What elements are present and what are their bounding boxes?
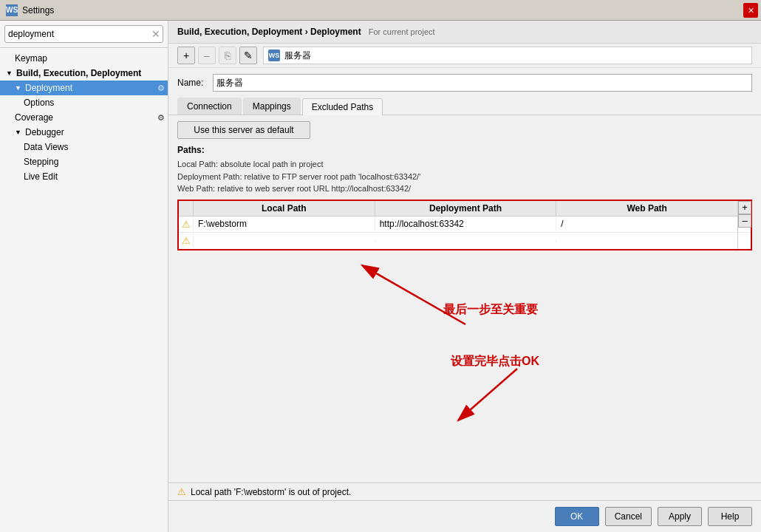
search-container: ✕ xyxy=(0,21,168,48)
warning-icon: ⚠ xyxy=(182,219,191,230)
sidebar-tree: Keymap ▼ Build, Execution, Deployment ▼ … xyxy=(0,48,168,532)
annotation-text-1: 最后一步至关重要 xyxy=(443,302,538,318)
toolbar: + – ⎘ ✎ WS 服务器 xyxy=(168,44,761,68)
deployment-label: Deployment xyxy=(25,83,72,93)
table-remove-button[interactable]: – xyxy=(738,214,751,228)
panel-content: Use this server as default Paths: Local … xyxy=(168,115,761,482)
sidebar-item-debugger[interactable]: ▼ Debugger xyxy=(0,125,168,140)
live-edit-label: Live Edit xyxy=(24,171,58,182)
coverage-badge-icon: ⚙ xyxy=(157,113,165,123)
app-icon: WS xyxy=(6,4,18,16)
debugger-label: Debugger xyxy=(25,127,64,137)
annotation-text-2: 设置完毕点击OK xyxy=(451,354,539,369)
arrow-icon: ▼ xyxy=(15,84,22,92)
sidebar-item-stepping[interactable]: Stepping xyxy=(0,154,168,169)
help-button[interactable]: Help xyxy=(708,507,752,526)
sidebar-item-live-edit[interactable]: Live Edit xyxy=(0,169,168,184)
paths-info-line-3: Web Path: relative to web server root UR… xyxy=(177,183,752,195)
paths-info: Local Path: absolute local path in proje… xyxy=(177,158,752,195)
table-col-icon xyxy=(179,201,194,216)
row2-icon: ⚠ xyxy=(179,233,194,248)
row2-local-path xyxy=(194,239,375,242)
cancel-button[interactable]: Cancel xyxy=(605,507,652,526)
copy-server-button[interactable]: ⎘ xyxy=(219,47,236,64)
search-wrapper: ✕ xyxy=(4,25,163,43)
warning-icon: ⚠ xyxy=(182,235,191,246)
minus-icon: – xyxy=(204,50,210,61)
tab-mappings[interactable]: Mappings xyxy=(243,98,301,115)
sidebar-item-data-views[interactable]: Data Views xyxy=(0,140,168,154)
table-body: ⚠ F:\webstorm http://localhost:63342 / ⚠ xyxy=(179,216,751,249)
add-icon: + xyxy=(183,50,189,61)
add-server-button[interactable]: + xyxy=(177,47,195,64)
footer-buttons: OK Cancel Apply Help xyxy=(168,500,761,532)
use-server-as-default-button[interactable]: Use this server as default xyxy=(177,121,310,139)
sidebar-item-options[interactable]: Options xyxy=(0,95,168,110)
coverage-label: Coverage xyxy=(15,112,53,123)
table-row[interactable]: ⚠ xyxy=(179,233,751,249)
server-list-item[interactable]: WS 服务器 xyxy=(263,47,752,64)
sidebar-item-deployment[interactable]: ▼ Deployment ⚙ xyxy=(0,81,168,95)
main-container: ✕ Keymap ▼ Build, Execution, Deployment … xyxy=(0,21,761,532)
table-add-button[interactable]: + xyxy=(738,201,751,214)
deployment-badge-icon: ⚙ xyxy=(157,83,165,93)
apply-button[interactable]: Apply xyxy=(658,507,702,526)
row1-local-path: F:\webstorm xyxy=(194,217,375,231)
table-header: Local Path Deployment Path Web Path xyxy=(179,201,737,216)
arrow-icon: ▼ xyxy=(6,69,13,77)
server-name-input[interactable] xyxy=(213,74,752,92)
table-col-web-path: Web Path xyxy=(556,201,737,216)
table-row[interactable]: ⚠ F:\webstorm http://localhost:63342 / xyxy=(179,216,751,233)
data-views-label: Data Views xyxy=(24,142,68,152)
copy-icon: ⎘ xyxy=(225,50,231,61)
edit-icon: ✎ xyxy=(244,50,253,61)
window-title: Settings xyxy=(22,5,54,16)
tab-connection[interactable]: Connection xyxy=(177,98,242,115)
stepping-label: Stepping xyxy=(24,157,58,167)
search-input[interactable] xyxy=(4,25,163,43)
remove-server-button[interactable]: – xyxy=(198,47,216,64)
svg-line-2 xyxy=(458,369,517,420)
table-col-local-path: Local Path xyxy=(194,201,375,216)
table-col-deployment-path: Deployment Path xyxy=(375,201,557,216)
arrow-icon: ▼ xyxy=(15,129,22,136)
row1-web-path: / xyxy=(556,217,737,231)
status-text: Local path 'F:\webstorm' is out of proje… xyxy=(191,487,351,497)
panel-subtitle: For current project xyxy=(369,27,435,36)
edit-server-button[interactable]: ✎ xyxy=(239,47,257,64)
annotation-area: 最后一步至关重要 设置完毕点击OK xyxy=(177,250,752,477)
sidebar: ✕ Keymap ▼ Build, Execution, Deployment … xyxy=(0,21,168,532)
name-row: Name: xyxy=(168,68,761,98)
sidebar-item-keymap[interactable]: Keymap xyxy=(0,51,168,66)
server-name-label: 服务器 xyxy=(284,50,311,62)
paths-info-line-2: Deployment Path: relative to FTP server … xyxy=(177,171,752,183)
tabs-row: Connection Mappings Excluded Paths xyxy=(168,98,761,115)
table-action-buttons: + – xyxy=(737,201,751,249)
close-button[interactable]: ✕ xyxy=(743,3,758,18)
ok-button[interactable]: OK xyxy=(555,507,599,526)
right-panel: Build, Execution, Deployment › Deploymen… xyxy=(168,21,761,532)
sidebar-item-build-execution-deployment[interactable]: ▼ Build, Execution, Deployment xyxy=(0,66,168,81)
row1-deployment-path: http://localhost:63342 xyxy=(375,217,557,231)
paths-label: Paths: xyxy=(177,145,752,155)
breadcrumb: Build, Execution, Deployment › Deploymen… xyxy=(177,27,361,37)
keymap-label: Keymap xyxy=(15,53,47,64)
status-bar: ⚠ Local path 'F:\webstorm' is out of pro… xyxy=(168,482,761,500)
panel-header: Build, Execution, Deployment › Deploymen… xyxy=(168,21,761,44)
options-label: Options xyxy=(24,98,54,108)
title-bar: WS Settings ✕ xyxy=(0,0,761,21)
sidebar-item-coverage[interactable]: Coverage ⚙ xyxy=(0,110,168,125)
name-label: Name: xyxy=(177,78,207,88)
status-warning-icon: ⚠ xyxy=(177,486,186,497)
bed-label: Build, Execution, Deployment xyxy=(16,68,141,78)
row1-icon: ⚠ xyxy=(179,217,194,231)
search-clear-icon[interactable]: ✕ xyxy=(151,28,160,40)
paths-table: Local Path Deployment Path Web Path ⚠ F:… xyxy=(177,200,752,250)
tab-excluded-paths[interactable]: Excluded Paths xyxy=(302,98,383,115)
content-area: ✕ Keymap ▼ Build, Execution, Deployment … xyxy=(0,21,761,532)
row2-web-path xyxy=(556,239,737,242)
ws-server-icon: WS xyxy=(268,50,280,61)
row2-deployment-path xyxy=(375,239,557,242)
paths-info-line-1: Local Path: absolute local path in proje… xyxy=(177,158,752,171)
